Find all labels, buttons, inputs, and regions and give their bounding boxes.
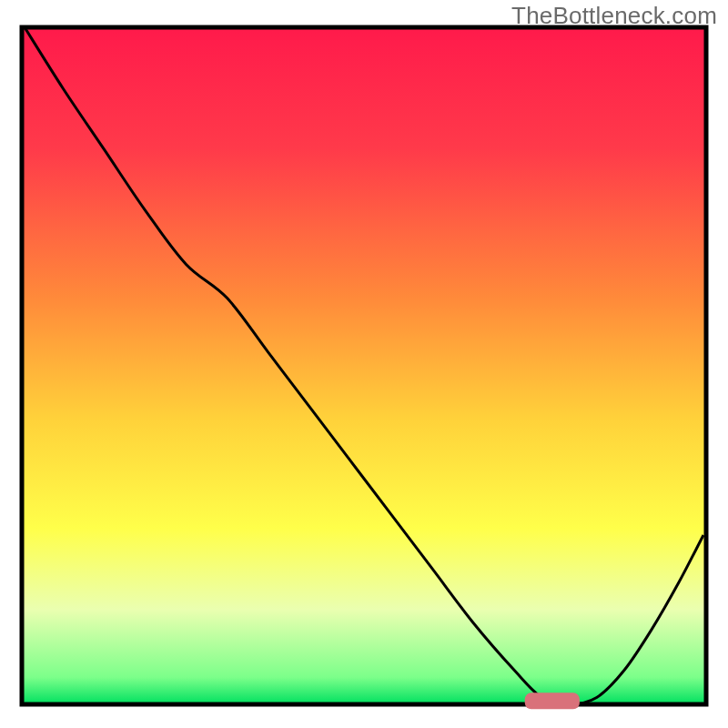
chart-stage: TheBottleneck.com xyxy=(0,0,728,728)
optimal-marker xyxy=(525,693,580,709)
watermark-label: TheBottleneck.com xyxy=(511,2,717,30)
gradient-fill xyxy=(22,27,706,704)
bottleneck-chart xyxy=(0,0,728,728)
